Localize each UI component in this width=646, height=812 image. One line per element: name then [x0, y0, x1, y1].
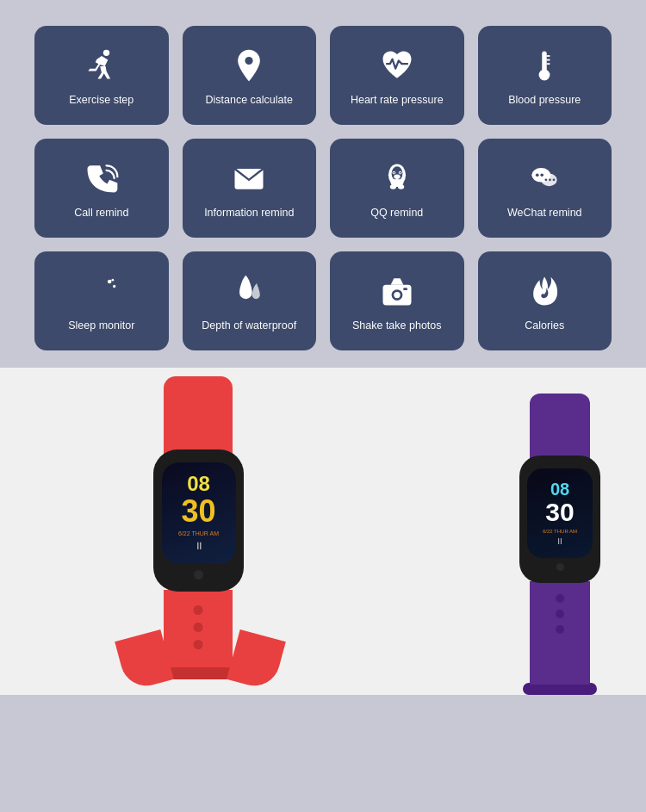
p-hole1 [556, 594, 564, 603]
red-play-icon: ⏸ [194, 540, 204, 552]
svg-point-16 [398, 184, 404, 189]
purple-play-icon: ⏸ [556, 536, 564, 546]
svg-point-14 [400, 172, 401, 174]
feature-card-exercise: Exercise step [34, 26, 169, 125]
product-showcase: 08 30 6/22 THUR AM ⏸ 08 30 6 [0, 368, 646, 695]
svg-rect-32 [403, 288, 407, 290]
distance-calculate-label: Distance calculate [206, 93, 293, 108]
camera-icon [378, 272, 416, 310]
red-hour: 08 [187, 474, 210, 494]
purple-watch: 08 30 6/22 THUR AM ⏸ [465, 394, 646, 695]
red-tracker-body: 08 30 6/22 THUR AM ⏸ [153, 449, 244, 592]
feature-card-heart-rate: Heart rate pressure [330, 26, 464, 125]
penguin-icon [378, 159, 416, 197]
depth-waterproof-label: Depth of waterproof [202, 319, 296, 333]
shake-photos-label: Shake take photos [352, 319, 442, 333]
purple-band-bottom [530, 581, 590, 685]
purple-tracker-body: 08 30 6/22 THUR AM ⏸ [519, 456, 600, 583]
moon-icon [83, 272, 121, 310]
phone-icon [83, 159, 121, 197]
feature-card-qq: QQ remind [330, 139, 464, 238]
flame-icon [525, 272, 563, 310]
hole2 [194, 623, 203, 632]
sleep-monitor-label: Sleep monitor [68, 319, 134, 333]
feature-card-sleep: Sleep monitor [34, 251, 169, 350]
feature-card-camera: Shake take photos [330, 251, 464, 350]
feature-card-wechat: WeChat remind [478, 139, 612, 238]
svg-point-27 [111, 279, 114, 282]
run-icon [83, 46, 121, 84]
feature-card-distance: Distance calculate [183, 26, 317, 125]
red-minute: 30 [181, 494, 215, 529]
purple-button [556, 563, 564, 571]
svg-point-26 [113, 285, 115, 288]
exercise-step-label: Exercise step [69, 93, 134, 108]
purple-screen: 08 30 6/22 THUR AM ⏸ [527, 468, 593, 558]
red-watch: 08 30 6/22 THUR AM ⏸ [69, 376, 327, 695]
svg-point-13 [393, 172, 394, 174]
purple-minute: 30 [545, 498, 574, 526]
svg-point-19 [536, 174, 539, 177]
call-remind-label: Call remind [74, 206, 128, 220]
purple-hour: 08 [550, 480, 569, 498]
p-hole3 [556, 625, 564, 634]
feature-card-calories: Calories [478, 251, 612, 350]
hole3 [194, 640, 203, 649]
red-band-bottom [164, 590, 233, 667]
svg-point-22 [545, 179, 548, 182]
svg-point-25 [108, 280, 112, 284]
red-date: 6/22 THUR AM [178, 530, 219, 536]
svg-point-15 [390, 184, 396, 189]
svg-marker-29 [390, 278, 403, 284]
blood-pressure-label: Blood pressure [508, 93, 581, 108]
wechat-icon [525, 159, 563, 197]
water-icon [230, 272, 268, 310]
feature-card-blood-pressure: Blood pressure [478, 26, 612, 125]
red-screen: 08 30 6/22 THUR AM ⏸ [162, 462, 236, 564]
feature-card-waterproof: Depth of waterproof [183, 251, 317, 350]
red-button [194, 570, 203, 580]
calories-label: Calories [525, 319, 564, 333]
feature-card-information: Information remind [183, 139, 317, 238]
qq-remind-label: QQ remind [370, 206, 423, 220]
svg-point-0 [103, 50, 109, 56]
red-band-curve-right [227, 629, 286, 691]
svg-rect-2 [543, 52, 548, 72]
feature-card-call: Call remind [34, 139, 169, 238]
thermometer-icon [525, 46, 563, 84]
information-remind-label: Information remind [204, 206, 294, 220]
p-hole2 [556, 610, 564, 618]
heart-ecg-icon [378, 46, 416, 84]
purple-clasp [523, 683, 597, 695]
hole1 [194, 605, 203, 615]
features-grid: Exercise step Distance calculate Heart r… [34, 26, 612, 350]
svg-point-23 [549, 179, 551, 182]
svg-point-17 [394, 174, 400, 179]
envelope-icon [230, 159, 268, 197]
location-icon [230, 46, 268, 84]
svg-point-24 [553, 179, 556, 182]
wechat-remind-label: WeChat remind [507, 206, 582, 220]
svg-point-31 [394, 292, 400, 298]
features-section: Exercise step Distance calculate Heart r… [0, 0, 646, 368]
heart-rate-label: Heart rate pressure [351, 93, 444, 108]
purple-date: 6/22 THUR AM [543, 529, 577, 534]
svg-point-3 [539, 70, 550, 81]
svg-point-1 [245, 57, 253, 65]
